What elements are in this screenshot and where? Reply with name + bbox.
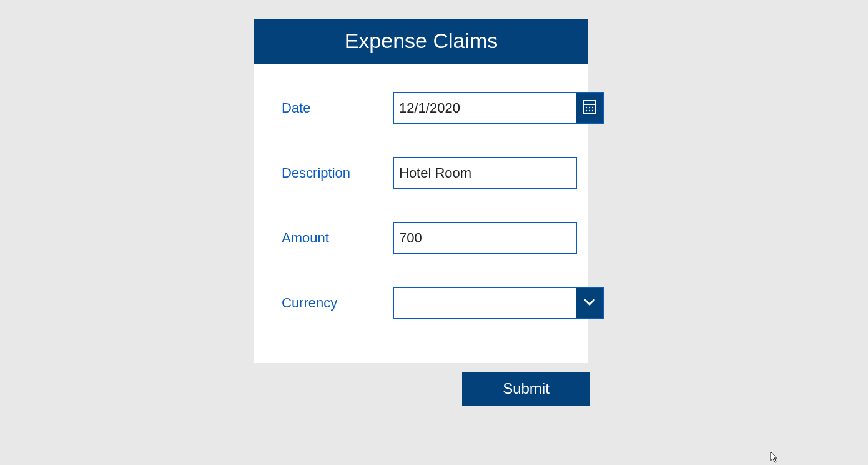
submit-button[interactable]: Submit: [462, 372, 590, 406]
label-currency: Currency: [282, 295, 393, 311]
svg-point-4: [592, 107, 593, 108]
currency-dropdown-button[interactable]: [576, 288, 603, 318]
svg-point-7: [592, 110, 593, 111]
svg-point-2: [586, 107, 587, 108]
form-title: Expense Claims: [254, 19, 588, 64]
row-date: Date: [282, 92, 566, 124]
chevron-down-icon: [582, 294, 597, 312]
currency-select[interactable]: [393, 287, 604, 319]
svg-point-6: [589, 110, 590, 111]
row-amount: Amount: [282, 222, 566, 254]
amount-field[interactable]: [393, 222, 577, 254]
svg-point-3: [589, 107, 590, 108]
form-body: Date: [254, 64, 588, 363]
svg-point-5: [586, 110, 587, 111]
date-input[interactable]: [394, 93, 576, 123]
row-description: Description: [282, 157, 566, 189]
expense-form-card: Expense Claims Date: [254, 19, 588, 363]
description-input[interactable]: [394, 158, 576, 188]
description-field[interactable]: [393, 157, 577, 189]
mouse-cursor-icon: [770, 451, 780, 464]
date-field[interactable]: [393, 92, 604, 124]
amount-input[interactable]: [394, 223, 576, 253]
currency-value[interactable]: [394, 288, 576, 318]
label-amount: Amount: [282, 230, 393, 246]
label-date: Date: [282, 100, 393, 116]
label-description: Description: [282, 165, 393, 181]
row-currency: Currency: [282, 287, 566, 319]
calendar-button[interactable]: [576, 93, 603, 123]
calendar-icon: [583, 100, 596, 116]
